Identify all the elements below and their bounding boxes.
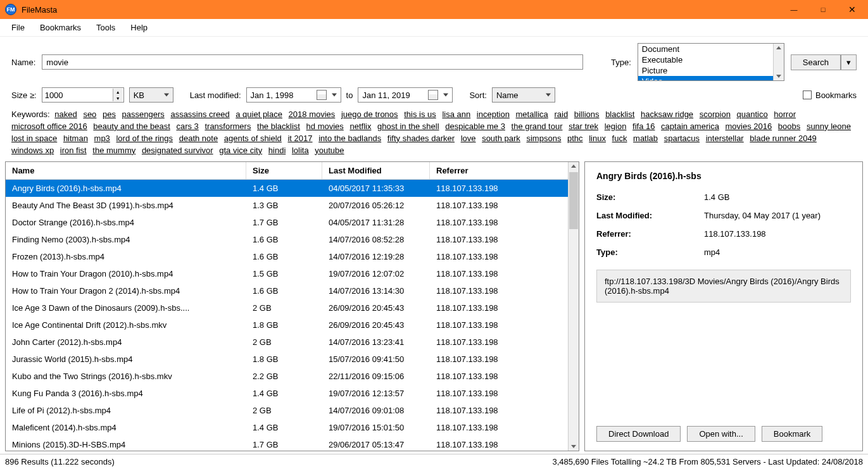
keyword-link[interactable]: netflix <box>349 122 371 131</box>
keyword-link[interactable]: mp3 <box>94 134 110 143</box>
keyword-link[interactable]: lord of the rings <box>116 134 173 143</box>
keyword-link[interactable]: a quiet place <box>236 109 282 119</box>
type-option-picture[interactable]: Picture <box>638 65 784 76</box>
keyword-link[interactable]: blacklist <box>605 109 634 119</box>
table-row[interactable]: Kung Fu Panda 3 (2016).h-sbs.mp41.4 GB19… <box>6 385 579 402</box>
spin-down-icon[interactable]: ▼ <box>113 95 123 101</box>
table-row[interactable]: Ice Age Continental Drift (2012).h-sbs.m… <box>6 316 579 334</box>
keyword-link[interactable]: inception <box>477 109 510 119</box>
keyword-link[interactable]: pes <box>103 109 116 119</box>
date-from-picker[interactable]: Jan 1, 1998 <box>246 87 341 103</box>
keyword-link[interactable]: love <box>461 134 476 143</box>
keyword-link[interactable]: simpsons <box>526 134 561 143</box>
keyword-link[interactable]: star trek <box>569 122 598 131</box>
table-row[interactable]: Maleficent (2014).h-sbs.mp41.4 GB19/07/2… <box>6 419 579 436</box>
table-row[interactable]: Ice Age 3 Dawn of the Dinosaurs (2009).h… <box>6 299 579 316</box>
keyword-link[interactable]: metallica <box>516 109 548 119</box>
size-input[interactable]: 1000▲▼ <box>42 87 124 103</box>
keyword-link[interactable]: juego de tronos <box>341 109 398 119</box>
date-to-picker[interactable]: Jan 11, 2019 <box>358 87 453 103</box>
menu-tools[interactable]: Tools <box>96 23 115 32</box>
table-row[interactable]: Minions (2015).3D-H-SBS.mp41.7 GB29/06/2… <box>6 436 579 451</box>
keyword-link[interactable]: hacksaw ridge <box>641 109 693 119</box>
keyword-link[interactable]: lisa ann <box>442 109 470 119</box>
keyword-link[interactable]: linux <box>589 134 606 143</box>
keyword-link[interactable]: microsoft office 2016 <box>11 122 87 131</box>
keyword-link[interactable]: lolita <box>292 146 309 155</box>
keyword-link[interactable]: pthc <box>567 134 583 143</box>
table-scrollbar[interactable] <box>568 162 579 451</box>
keyword-link[interactable]: windows xp <box>11 146 54 155</box>
table-row[interactable]: Doctor Strange (2016).h-sbs.mp41.7 GB04/… <box>6 214 579 231</box>
keyword-link[interactable]: ghost in the shell <box>377 122 439 131</box>
size-unit-combo[interactable]: KB <box>129 87 173 103</box>
table-row[interactable]: Kubo and the Two Strings (2016).h-sbs.mk… <box>6 368 579 385</box>
keyword-link[interactable]: billions <box>574 109 600 119</box>
keyword-link[interactable]: raid <box>554 109 568 119</box>
keyword-link[interactable]: interstellar <box>706 134 744 143</box>
keyword-link[interactable]: despicable me 3 <box>445 122 505 131</box>
keyword-link[interactable]: hitman <box>63 134 88 143</box>
keyword-link[interactable]: transformers <box>204 122 251 131</box>
type-scrollbar[interactable] <box>773 44 784 80</box>
keyword-link[interactable]: fifa 16 <box>632 122 655 131</box>
bookmarks-checkbox[interactable]: Bookmarks <box>803 91 857 100</box>
column-lastmodified[interactable]: Last Modified <box>322 162 430 179</box>
keyword-link[interactable]: quantico <box>737 109 768 119</box>
menu-bookmarks[interactable]: Bookmarks <box>40 23 81 32</box>
keyword-link[interactable]: into the badlands <box>318 134 381 143</box>
keyword-link[interactable]: horror <box>774 109 796 119</box>
table-row[interactable]: Beauty And The Beast 3D (1991).h-sbs.mp4… <box>6 197 579 214</box>
maximize-button[interactable]: □ <box>808 0 838 19</box>
keyword-link[interactable]: gta vice city <box>219 146 262 155</box>
table-row[interactable]: How to Train Your Dragon 2 (2014).h-sbs.… <box>6 282 579 299</box>
column-name[interactable]: Name <box>6 162 246 179</box>
keyword-link[interactable]: legion <box>605 122 627 131</box>
table-row[interactable]: Life of Pi (2012).h-sbs.mp42 GB14/07/201… <box>6 402 579 419</box>
keyword-link[interactable]: spartacus <box>664 134 700 143</box>
table-row[interactable]: Jurassic World (2015).h-sbs.mp41.8 GB15/… <box>6 351 579 368</box>
keyword-link[interactable]: scorpion <box>700 109 731 119</box>
keyword-link[interactable]: hindi <box>268 146 286 155</box>
type-listbox[interactable]: Document Executable Picture Video <box>638 43 784 81</box>
keyword-link[interactable]: lost in space <box>11 134 57 143</box>
keyword-link[interactable]: seo <box>83 109 96 119</box>
keyword-link[interactable]: the blacklist <box>257 122 300 131</box>
type-option-document[interactable]: Document <box>638 44 784 54</box>
table-row[interactable]: How to Train Your Dragon (2010).h-sbs.mp… <box>6 265 579 282</box>
keyword-link[interactable]: boobs <box>778 122 800 131</box>
keyword-link[interactable]: passengers <box>122 109 165 119</box>
scrollbar-thumb[interactable] <box>569 172 578 229</box>
keyword-link[interactable]: matlab <box>633 134 658 143</box>
column-referrer[interactable]: Referrer <box>430 162 579 179</box>
keyword-link[interactable]: naked <box>54 109 77 119</box>
type-option-executable[interactable]: Executable <box>638 54 784 65</box>
keyword-link[interactable]: the mummy <box>92 146 135 155</box>
direct-download-button[interactable]: Direct Download <box>596 426 681 442</box>
table-row[interactable]: Frozen (2013).h-sbs.mp41.6 GB14/07/2016 … <box>6 248 579 265</box>
search-button[interactable]: Search <box>791 54 841 70</box>
keyword-link[interactable]: sunny leone <box>807 122 851 131</box>
keyword-link[interactable]: assassins creed <box>170 109 229 119</box>
close-button[interactable]: ✕ <box>838 0 867 19</box>
keyword-link[interactable]: iron fist <box>60 146 87 155</box>
bookmark-button[interactable]: Bookmark <box>762 426 823 442</box>
keyword-link[interactable]: it 2017 <box>287 134 312 143</box>
spin-up-icon[interactable]: ▲ <box>113 89 123 95</box>
keyword-link[interactable]: captain america <box>661 122 719 131</box>
name-input[interactable] <box>42 54 583 70</box>
table-row[interactable]: John Carter (2012).h-sbs.mp42 GB14/07/20… <box>6 334 579 351</box>
keyword-link[interactable]: youtube <box>315 146 344 155</box>
sort-combo[interactable]: Name <box>492 87 555 103</box>
keyword-link[interactable]: fuck <box>612 134 627 143</box>
keyword-link[interactable]: the grand tour <box>512 122 563 131</box>
keyword-link[interactable]: movies 2016 <box>726 122 772 131</box>
table-row[interactable]: Angry Birds (2016).h-sbs.mp41.4 GB04/05/… <box>6 180 579 197</box>
search-dropdown-button[interactable]: ▾ <box>841 54 857 70</box>
detail-url[interactable]: ftp://118.107.133.198/3D Movies/Angry Bi… <box>596 270 851 303</box>
keyword-link[interactable]: 2018 movies <box>289 109 336 119</box>
keyword-link[interactable]: death note <box>179 134 218 143</box>
keyword-link[interactable]: south park <box>482 134 520 143</box>
keyword-link[interactable]: cars 3 <box>176 122 198 131</box>
keyword-link[interactable]: designated survivor <box>142 146 213 155</box>
